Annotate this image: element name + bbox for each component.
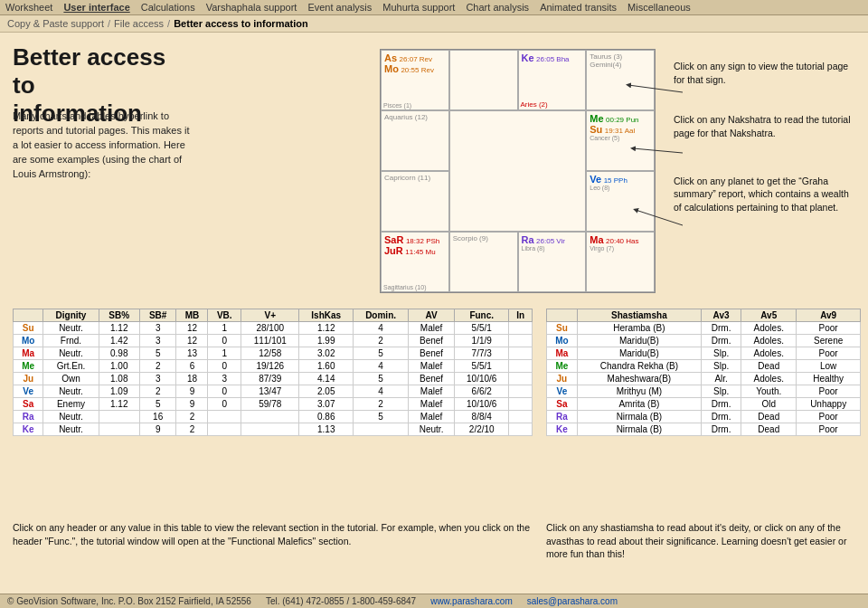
chart-cell-r1c4[interactable]: Taurus (3) Gemini(4) [586, 50, 655, 110]
col-header-planet[interactable] [14, 309, 43, 322]
table-row[interactable]: MaNeutr.0.98513112/583.025Benef7/7/3 [14, 347, 533, 360]
intro-text: Many charts and tables hyperlink to repo… [13, 109, 193, 182]
table-row[interactable]: VeMrithyu (M)Slp.Youth.Poor [547, 385, 861, 398]
nav-chart-analysis[interactable]: Chart analysis [466, 2, 529, 13]
chart-cell-r1c3[interactable]: Ke 26:05 Bha Aries (2) [518, 50, 587, 110]
left-table[interactable]: Dignity SB% SB# MB VB. V+ IshKas Domin. … [13, 309, 533, 436]
col-header-sb-pct[interactable]: SB% [99, 309, 139, 322]
table-row[interactable]: VeNeutr.1.0929013/472.054Malef6/6/2 [14, 385, 533, 398]
table-row[interactable]: KeNeutr.921.13Neutr.2/2/10 [14, 423, 533, 436]
nav-worksheet[interactable]: Worksheet [5, 2, 52, 13]
footer-tel: Tel. (641) 472-0855 / 1-800-459-6847 [266, 596, 416, 606]
col-header-in[interactable]: In [509, 309, 533, 322]
table-row[interactable]: JuMaheshwara(B)Alr.Adoles.Healthy [547, 373, 861, 385]
footer: © GeoVision Software, Inc. P.O. Box 2152… [0, 594, 868, 608]
col-header-sb-num[interactable]: SB# [139, 309, 176, 322]
col-header-av9[interactable]: Av9 [797, 309, 861, 322]
table-row[interactable]: MeChandra Rekha (B)Slp.DeadLow [547, 360, 861, 373]
chart-cell-r2c4[interactable]: Me 00:29 Pun Su 19:31 Aal Cancer (5) [586, 110, 655, 171]
breadcrumb-copy-paste[interactable]: Copy & Paste support [7, 18, 104, 29]
footer-email[interactable]: sales@parashara.com [527, 596, 618, 606]
col-header-av[interactable]: AV [409, 309, 455, 322]
nav-animated-transits[interactable]: Animated transits [540, 2, 617, 13]
nav-user-interface[interactable]: User interface [63, 2, 129, 13]
chart-cell-r4c2[interactable]: Scorpio (9) [449, 232, 518, 292]
chart-cell-r4c1[interactable]: SaR 18:32 PSh JuR 11:45 Mu Sagittarius (… [381, 232, 449, 292]
col-header-mb[interactable]: MB [176, 309, 208, 322]
chart-cell-r3c1[interactable]: Capricorn (11) [381, 171, 449, 232]
breadcrumb-file-access[interactable]: File access [114, 18, 164, 29]
main-content: Better access toinformation Many charts … [0, 33, 868, 594]
chart-center [449, 110, 587, 232]
chart-cell-r4c3[interactable]: Ra 26:05 Vir Libra (8) [518, 232, 587, 292]
table-row[interactable]: SaAmrita (B)Drm.OldUnhappy [547, 398, 861, 411]
col-header-av5[interactable]: Av5 [741, 309, 797, 322]
col-header-vplus[interactable]: V+ [241, 309, 299, 322]
chart-cell-r1c1[interactable]: As 26:07 Rev Mo 20:55 Rev Pisces (1) [381, 50, 449, 110]
col-header-dignity[interactable]: Dignity [43, 309, 99, 322]
table-row[interactable]: MaMaridu(B)Slp.Adoles.Poor [547, 347, 861, 360]
annotations-area: Click on any sign to view the tutorial p… [674, 60, 859, 234]
col-header-av3[interactable]: Av3 [702, 309, 741, 322]
table-row[interactable]: SuHeramba (B)Drm.Adoles.Poor [547, 322, 861, 335]
annotation-sign: Click on any sign to view the tutorial p… [674, 60, 859, 86]
table-row[interactable]: KeNirmala (B)Drm.DeadPoor [547, 423, 861, 436]
breadcrumb-current: Better access to information [174, 18, 308, 29]
table-row[interactable]: MoMaridu(B)Drm.Adoles.Serene [547, 335, 861, 347]
footer-copyright: © GeoVision Software, Inc. P.O. Box 2152… [7, 596, 251, 606]
col-header-shastiamsha[interactable]: Shastiamsha [577, 309, 701, 322]
col-header-domin[interactable]: Domin. [354, 309, 409, 322]
nav-muhurta[interactable]: Muhurta support [382, 2, 455, 13]
annotation-planet: Click on any planet to get the “Graha su… [674, 175, 859, 214]
left-table-container: Dignity SB% SB# MB VB. V+ IshKas Domin. … [13, 309, 533, 436]
top-navigation: Worksheet User interface Calculations Va… [0, 0, 868, 15]
table-row[interactable]: SaEnemy1.1259059/783.072Malef10/10/6 [14, 398, 533, 411]
table-row[interactable]: MeGrt.En.1.0026019/1261.604Malef5/5/1 [14, 360, 533, 373]
left-table-caption: Click on any header or any value in this… [13, 521, 533, 547]
table-row[interactable]: RaNeutr.1620.865Malef8/8/4 [14, 411, 533, 423]
col-header-vb[interactable]: VB. [208, 309, 241, 322]
nav-varshaphala[interactable]: Varshaphala support [206, 2, 297, 13]
chart-cell-r3c4[interactable]: Ve 15 PPh Leo (8) [586, 171, 655, 232]
nav-event-analysis[interactable]: Event analysis [307, 2, 372, 13]
chart-area: As 26:07 Rev Mo 20:55 Rev Pisces (1) Ke … [380, 49, 656, 293]
nav-calculations[interactable]: Calculations [141, 2, 195, 13]
breadcrumb: Copy & Paste support / File access / Bet… [0, 15, 868, 33]
col-header-ishkas[interactable]: IshKas [299, 309, 354, 322]
table-row[interactable]: SuNeutr.1.12312128/1001.124Malef5/5/1 [14, 322, 533, 335]
chart-cell-r2c1[interactable]: Aquarius (12) [381, 110, 449, 171]
col-header-planet-r[interactable] [547, 309, 578, 322]
right-table[interactable]: Shastiamsha Av3 Av5 Av9 SuHeramba (B)Drm… [546, 309, 861, 436]
footer-web[interactable]: www.parashara.com [430, 596, 513, 606]
right-table-container: Shastiamsha Av3 Av5 Av9 SuHeramba (B)Drm… [546, 309, 861, 436]
right-table-caption: Click on any shastiamsha to read about i… [546, 521, 861, 561]
chart-cell-r1c2[interactable] [449, 50, 518, 110]
table-row[interactable]: MoFrnd.1.423120111/1011.992Benef1/1/9 [14, 335, 533, 347]
chart-cell-r4c4[interactable]: Ma 20:40 Has Virgo (7) [586, 232, 655, 292]
nav-miscellaneous[interactable]: Miscellaneous [627, 2, 691, 13]
table-row[interactable]: RaNirmala (B)Drm.DeadPoor [547, 411, 861, 423]
col-header-func[interactable]: Func. [455, 309, 509, 322]
annotation-nakshatra: Click on any Nakshatra to read the tutor… [674, 113, 859, 139]
table-row[interactable]: JuOwn1.08318387/394.145Benef10/10/6 [14, 373, 533, 385]
